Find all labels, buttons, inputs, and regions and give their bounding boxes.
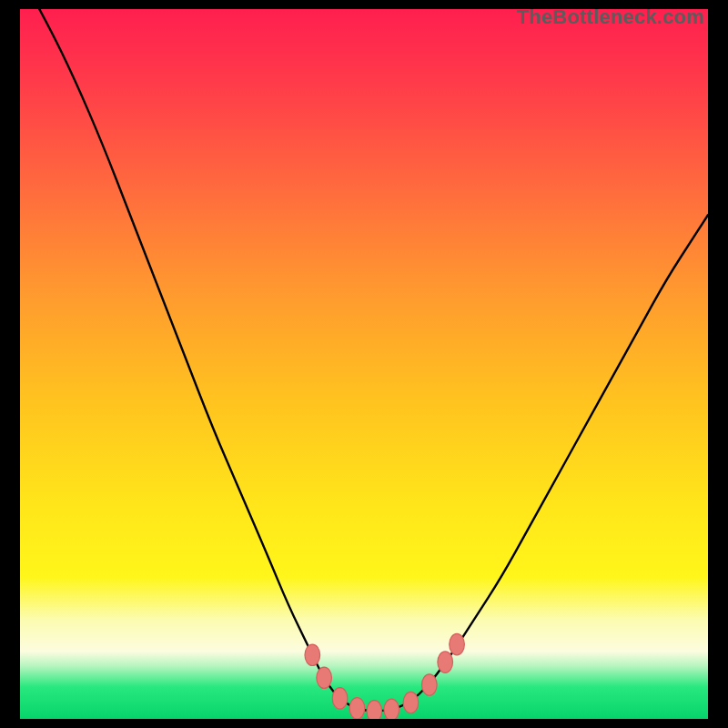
- curve-layer: [20, 9, 708, 719]
- plot-area: [20, 9, 708, 719]
- chart-frame: TheBottleneck.com: [0, 0, 728, 728]
- watermark-text: TheBottleneck.com: [517, 5, 704, 29]
